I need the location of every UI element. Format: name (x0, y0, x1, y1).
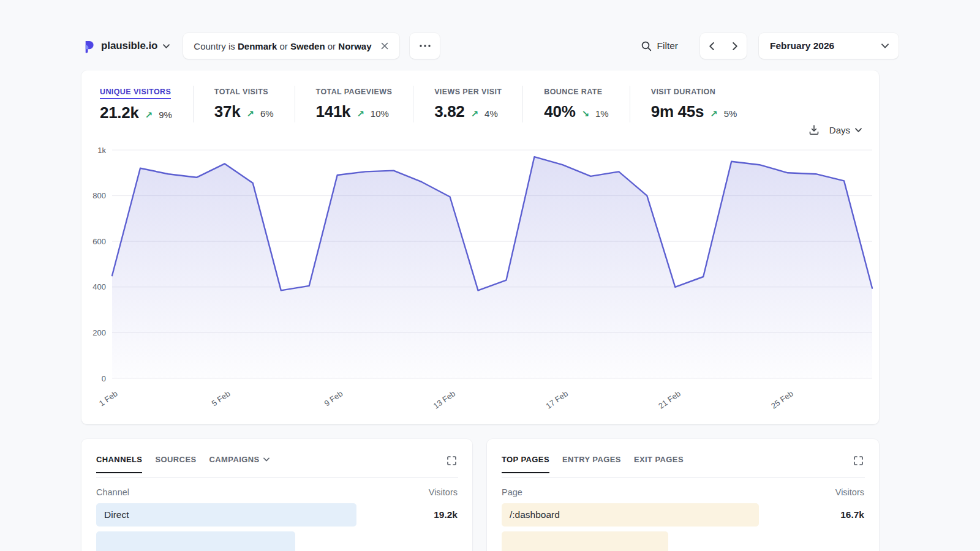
trend-arrow-icon: ↗ (471, 108, 479, 119)
x-tick-label: 9 Feb (323, 389, 345, 408)
tab-label: SOURCES (155, 455, 196, 464)
divider (96, 477, 458, 478)
metric[interactable]: BOUNCE RATE 40% ↘ 1% (522, 86, 629, 122)
tab-label: CHANNELS (96, 455, 142, 464)
row-label[interactable]: Direct (96, 509, 129, 520)
download-icon (809, 124, 820, 135)
chevron-down-icon (163, 44, 170, 48)
row-value: 16.7k (840, 509, 864, 520)
chevron-down-icon (263, 457, 270, 462)
prev-period-button[interactable] (700, 33, 723, 59)
search-icon (641, 41, 652, 51)
column-value: Visitors (429, 487, 458, 497)
date-range-picker[interactable]: February 2026 (759, 33, 899, 59)
next-period-button[interactable] (723, 33, 747, 59)
y-tick-label: 0 (102, 374, 106, 383)
metric-label: UNIQUE VISITORS (100, 88, 171, 99)
metric-value: 21.2k (100, 103, 139, 122)
table-row[interactable]: /:dashboard 16.7k (502, 503, 864, 527)
row-label[interactable]: /:dashboard (502, 509, 560, 520)
metric[interactable]: TOTAL PAGEVIEWS 141k ↗ 10% (295, 86, 413, 122)
column-label: Channel (96, 487, 129, 497)
metric[interactable]: TOTAL VISITS 37k ↗ 6% (193, 86, 295, 122)
metric-label: TOTAL VISITS (214, 88, 268, 98)
more-filters-button[interactable] (410, 33, 440, 59)
expand-report-button[interactable] (853, 455, 864, 468)
chevron-down-icon (881, 43, 889, 48)
interval-dropdown[interactable]: Days (829, 125, 862, 135)
date-range-label: February 2026 (770, 40, 834, 51)
top-stats-row: UNIQUE VISITORS 21.2k ↗ 9% TOTAL VISITS … (81, 70, 879, 122)
table-row[interactable] (502, 531, 864, 551)
graph-controls: Days (809, 124, 862, 135)
tab-sources[interactable]: SOURCES (155, 455, 196, 464)
table-rows: /:dashboard 16.7k (502, 503, 864, 551)
active-filter-pill[interactable]: Country is Denmark or Sweden or Norway (183, 33, 399, 59)
fullscreen-icon (854, 456, 863, 465)
visitors-chart[interactable]: 1k80060040020001 Feb5 Feb9 Feb13 Feb17 F… (81, 143, 879, 421)
table-header: PageVisitors (502, 487, 864, 497)
tab-label: ENTRY PAGES (562, 455, 621, 464)
metric-value: 9m 45s (651, 102, 704, 121)
divider (502, 477, 865, 478)
row-value: 19.2k (434, 509, 458, 520)
export-button[interactable] (809, 124, 820, 135)
filter-label: Filter (657, 40, 678, 51)
x-tick-label: 25 Feb (769, 389, 795, 411)
trend-arrow-icon: ↗ (246, 108, 254, 119)
y-tick-label: 200 (92, 328, 106, 337)
report-tabs: TOP PAGES ENTRY PAGES EXIT PAGES (502, 455, 684, 464)
metric[interactable]: VISIT DURATION 9m 45s ↗ 5% (630, 86, 758, 122)
channels-card: CHANNELS SOURCES CAMPAIGNS ChannelVisito… (81, 439, 472, 551)
tab-campaigns[interactable]: CAMPAIGNS (209, 455, 270, 464)
chevron-down-icon (855, 128, 862, 132)
main-graph-card: UNIQUE VISITORS 21.2k ↗ 9% TOTAL VISITS … (81, 70, 879, 424)
close-icon (381, 42, 388, 50)
site-picker[interactable]: plausible.io (81, 39, 170, 53)
site-name: plausible.io (101, 40, 157, 52)
report-tabs: CHANNELS SOURCES CAMPAIGNS (96, 455, 270, 464)
tab-channels[interactable]: CHANNELS (96, 455, 142, 464)
metric-change: 1% (595, 108, 609, 119)
metric-change: 10% (371, 108, 389, 119)
table-header: ChannelVisitors (96, 487, 458, 497)
add-filter-button[interactable]: Filter (641, 40, 678, 51)
x-tick-label: 13 Feb (432, 389, 458, 411)
x-tick-label: 5 Feb (210, 389, 232, 408)
x-tick-label: 17 Feb (544, 389, 570, 411)
metric-label: VIEWS PER VISIT (434, 88, 502, 98)
metric-label: TOTAL PAGEVIEWS (316, 88, 393, 98)
trend-arrow-icon: ↗ (356, 108, 364, 119)
metric-value: 3.82 (434, 102, 464, 121)
topbar: plausible.io Country is Denmark or Swede… (81, 33, 899, 59)
metric-label: BOUNCE RATE (544, 88, 602, 98)
tab-exit-pages[interactable]: EXIT PAGES (634, 455, 684, 464)
plausible-dashboard: plausible.io Country is Denmark or Swede… (0, 0, 980, 551)
x-tick-label: 21 Feb (657, 389, 682, 411)
trend-arrow-icon: ↗ (145, 110, 153, 121)
trend-arrow-icon: ↘ (581, 108, 589, 119)
y-tick-label: 800 (92, 191, 106, 200)
metric-value: 40% (544, 102, 575, 121)
tab-label: EXIT PAGES (634, 455, 684, 464)
filter-pill-text: Country is Denmark or Sweden or Norway (194, 41, 371, 51)
metric[interactable]: VIEWS PER VISIT 3.82 ↗ 4% (413, 86, 522, 122)
ellipsis-icon (420, 45, 431, 47)
remove-filter-button[interactable] (380, 41, 390, 51)
chevron-left-icon (709, 42, 714, 50)
chart-area-fill (112, 157, 872, 378)
y-tick-label: 1k (97, 146, 106, 155)
row-bar (502, 531, 668, 551)
table-row[interactable] (96, 531, 458, 551)
tab-top-pages[interactable]: TOP PAGES (502, 455, 549, 464)
metric[interactable]: UNIQUE VISITORS 21.2k ↗ 9% (100, 86, 193, 122)
table-row[interactable]: Direct 19.2k (96, 503, 458, 527)
tab-entry-pages[interactable]: ENTRY PAGES (562, 455, 621, 464)
metric-change: 6% (260, 108, 274, 119)
row-bar (96, 503, 356, 527)
metric-value: 141k (316, 102, 351, 121)
tab-label: CAMPAIGNS (209, 455, 260, 464)
y-axis-labels: 1k8006004002000 (92, 146, 106, 383)
expand-report-button[interactable] (446, 455, 458, 468)
metric-label: VISIT DURATION (651, 88, 715, 98)
